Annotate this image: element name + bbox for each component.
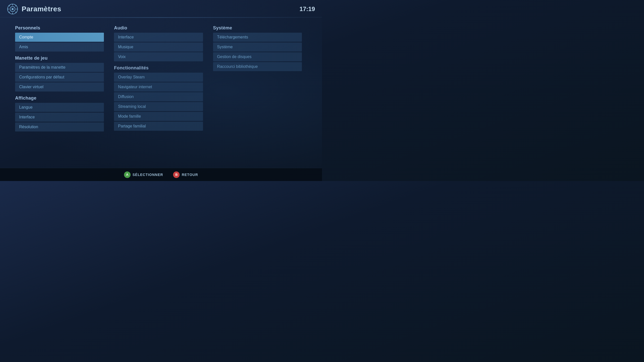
menu-item-interface-affichage[interactable]: Interface xyxy=(15,113,104,122)
header-left: Paramètres xyxy=(7,4,61,15)
section-title-manette: Manette de jeu xyxy=(15,56,104,61)
section-title-affichage: Affichage xyxy=(15,96,104,101)
page-title: Paramètres xyxy=(22,5,61,13)
section-title-fonctionnalites: Fonctionnalités xyxy=(114,65,203,71)
menu-item-resolution[interactable]: Résolution xyxy=(15,122,104,131)
menu-item-systeme[interactable]: Système xyxy=(213,42,302,52)
menu-item-streaming-local[interactable]: Streaming local xyxy=(114,102,203,111)
btn-a-container: A SÉLECTIONNER xyxy=(124,171,163,178)
menu-item-raccourci-bibliotheque[interactable]: Raccourci bibliothèque xyxy=(213,62,302,71)
btn-a-label: SÉLECTIONNER xyxy=(133,173,163,177)
btn-a-circle: A xyxy=(124,171,131,178)
menu-item-clavier-virtuel[interactable]: Clavier virtuel xyxy=(15,82,104,92)
menu-item-langue[interactable]: Langue xyxy=(15,103,104,112)
bottom-bar: A SÉLECTIONNER B RETOUR xyxy=(0,168,322,181)
menu-item-compte[interactable]: Compte xyxy=(15,33,104,42)
menu-item-parametres-manette[interactable]: Paramètres de la manette xyxy=(15,63,104,72)
section-title-personnels: Personnels xyxy=(15,25,104,31)
menu-item-gestion-disques[interactable]: Gestion de disques xyxy=(213,52,302,61)
main-content: Personnels Compte Amis Manette de jeu Pa… xyxy=(0,23,322,135)
menu-item-voix[interactable]: Voix xyxy=(114,52,203,61)
svg-point-2 xyxy=(12,8,14,10)
menu-item-musique[interactable]: Musique xyxy=(114,42,203,52)
column-left: Personnels Compte Amis Manette de jeu Pa… xyxy=(15,25,109,132)
menu-item-partage-familial[interactable]: Partage familial xyxy=(114,122,203,131)
steam-logo-icon xyxy=(7,4,18,15)
column-right: Système Téléchargements Système Gestion … xyxy=(208,25,307,132)
menu-item-navigateur-internet[interactable]: Navigateur internet xyxy=(114,82,203,92)
section-title-systeme: Système xyxy=(213,25,302,31)
section-title-audio: Audio xyxy=(114,25,203,31)
menu-item-diffusion[interactable]: Diffusion xyxy=(114,92,203,101)
btn-b-letter: B xyxy=(175,173,178,176)
menu-item-overlay-steam[interactable]: Overlay Steam xyxy=(114,73,203,82)
btn-b-circle: B xyxy=(173,171,180,178)
menu-item-mode-famille[interactable]: Mode famille xyxy=(114,112,203,121)
btn-a-letter: A xyxy=(126,173,128,176)
header: Paramètres 17:19 xyxy=(0,0,322,17)
clock-display: 17:19 xyxy=(300,6,315,13)
menu-item-telechargements[interactable]: Téléchargements xyxy=(213,33,302,42)
btn-b-container: B RETOUR xyxy=(173,171,198,178)
header-divider xyxy=(0,17,322,18)
column-center: Audio Interface Musique Voix Fonctionnal… xyxy=(109,25,208,132)
menu-item-amis[interactable]: Amis xyxy=(15,42,104,52)
btn-b-label: RETOUR xyxy=(182,173,198,177)
menu-item-interface-audio[interactable]: Interface xyxy=(114,33,203,42)
menu-item-configurations-defaut[interactable]: Configurations par défaut xyxy=(15,73,104,82)
